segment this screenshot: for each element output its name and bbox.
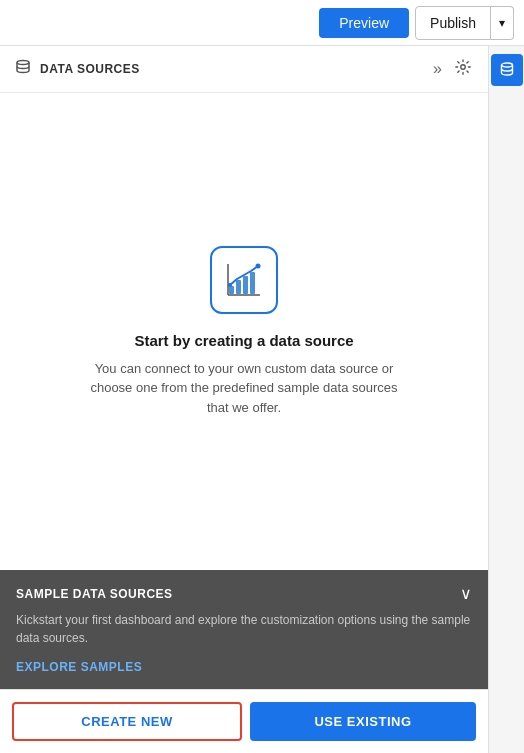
settings-button[interactable] — [452, 56, 474, 82]
toolbar: Preview Publish ▾ — [0, 0, 524, 46]
sample-section-header: SAMPLE DATA SOURCES ∨ — [16, 584, 472, 603]
svg-rect-3 — [229, 286, 234, 294]
right-sidebar — [488, 46, 524, 753]
svg-point-1 — [461, 65, 466, 70]
left-panel: DATA SOURCES » — [0, 46, 488, 753]
expand-icon: » — [433, 60, 442, 78]
sample-section-description: Kickstart your first dashboard and explo… — [16, 611, 472, 647]
panel-header-right: » — [431, 56, 474, 82]
panel-header: DATA SOURCES » — [0, 46, 488, 93]
panel-title: DATA SOURCES — [40, 62, 140, 76]
publish-dropdown-button[interactable]: ▾ — [491, 6, 514, 40]
explore-samples-link[interactable]: EXPLORE SAMPLES — [16, 660, 142, 674]
sidebar-database-icon[interactable] — [491, 54, 523, 86]
svg-point-11 — [501, 63, 512, 67]
chart-icon-wrapper — [210, 246, 278, 314]
svg-rect-6 — [250, 272, 255, 294]
database-icon — [14, 58, 32, 80]
publish-button[interactable]: Publish — [415, 6, 491, 40]
create-new-button[interactable]: CREATE NEW — [12, 702, 242, 741]
use-existing-button[interactable]: USE EXISTING — [250, 702, 476, 741]
svg-rect-4 — [236, 280, 241, 294]
main-layout: DATA SOURCES » — [0, 46, 524, 753]
sample-data-sources-section: SAMPLE DATA SOURCES ∨ Kickstart your fir… — [0, 570, 488, 689]
empty-state: Start by creating a data source You can … — [0, 93, 488, 570]
svg-point-7 — [256, 263, 261, 268]
sample-section-title: SAMPLE DATA SOURCES — [16, 587, 173, 601]
panel-header-left: DATA SOURCES — [14, 58, 140, 80]
svg-rect-5 — [243, 276, 248, 294]
empty-state-description: You can connect to your own custom data … — [84, 359, 404, 418]
expand-button[interactable]: » — [431, 58, 444, 80]
chevron-down-icon[interactable]: ∨ — [460, 584, 472, 603]
settings-icon — [454, 58, 472, 80]
publish-group: Publish ▾ — [415, 6, 514, 40]
chart-icon — [222, 258, 266, 302]
preview-button[interactable]: Preview — [319, 8, 409, 38]
bottom-buttons: CREATE NEW USE EXISTING — [0, 689, 488, 753]
svg-point-0 — [17, 61, 29, 65]
empty-state-title: Start by creating a data source — [134, 332, 353, 349]
